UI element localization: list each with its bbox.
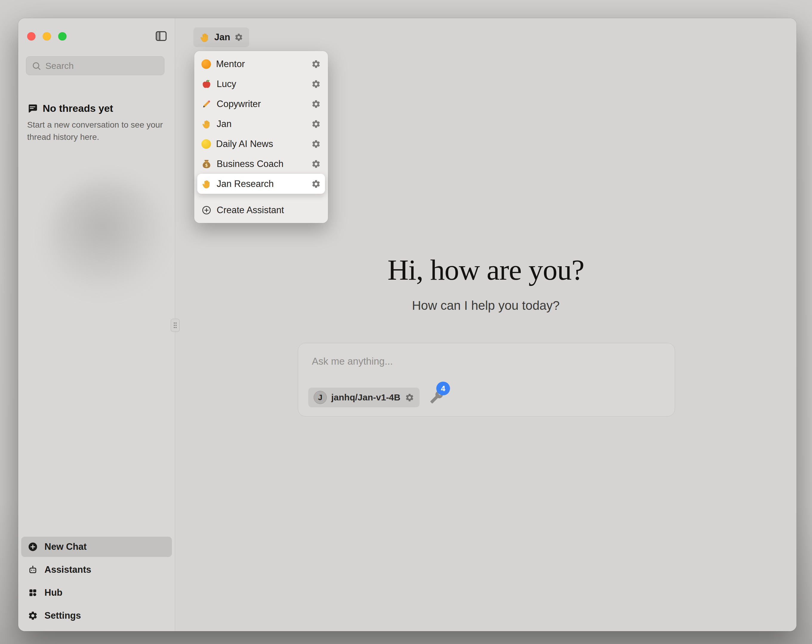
tools-button[interactable]: 4 <box>429 390 444 405</box>
grip-dots-icon <box>173 322 177 329</box>
gear-icon[interactable] <box>311 119 321 129</box>
sidebar-nav: New Chat Assistants Hub Settings <box>21 537 172 626</box>
waving-hand-icon <box>201 179 212 189</box>
menu-item-jan[interactable]: Jan <box>197 114 325 134</box>
chat-input[interactable] <box>298 343 675 379</box>
menu-item-label: Lucy <box>217 79 236 90</box>
menu-item-business-coach[interactable]: Business Coach <box>197 154 325 174</box>
search-box[interactable] <box>26 56 165 75</box>
search-input[interactable] <box>45 61 160 71</box>
waving-hand-icon <box>201 119 212 129</box>
gear-icon[interactable] <box>311 179 321 189</box>
search-icon <box>32 61 41 71</box>
menu-item-mentor[interactable]: Mentor <box>197 54 325 74</box>
menu-item-copywriter[interactable]: Copywriter <box>197 94 325 114</box>
new-chat-button[interactable]: New Chat <box>21 537 172 557</box>
pencil-icon <box>201 99 212 109</box>
empty-title: No threads yet <box>43 102 113 114</box>
assistant-selector-label: Jan <box>214 32 230 43</box>
money-bag-icon <box>201 159 212 169</box>
menu-item-label: Copywriter <box>217 99 261 110</box>
menu-item-label: Daily AI News <box>216 139 273 149</box>
gear-icon[interactable] <box>234 33 243 42</box>
menu-item-daily-ai-news[interactable]: Daily AI News <box>197 134 325 154</box>
composer-toolbar: J janhq/Jan-v1-4B 4 <box>308 388 444 407</box>
gear-icon[interactable] <box>311 159 321 169</box>
create-assistant-label: Create Assistant <box>217 205 284 216</box>
model-selector-button[interactable]: J janhq/Jan-v1-4B <box>308 388 420 407</box>
app-window: No threads yet Start a new conversation … <box>18 18 797 631</box>
model-name: janhq/Jan-v1-4B <box>331 392 400 402</box>
greeting-subtitle: How can I help you today? <box>175 298 797 313</box>
gear-icon[interactable] <box>311 79 321 89</box>
nav-label: Hub <box>44 587 63 598</box>
plus-circle-outline-icon <box>201 205 212 215</box>
gear-icon[interactable] <box>311 59 321 69</box>
assistants-nav-button[interactable]: Assistants <box>21 560 172 580</box>
chat-composer: J janhq/Jan-v1-4B 4 <box>298 343 675 417</box>
gear-icon[interactable] <box>311 139 321 149</box>
menu-divider <box>199 197 323 197</box>
gear-icon <box>28 611 38 621</box>
settings-nav-button[interactable]: Settings <box>21 606 172 626</box>
gear-icon[interactable] <box>311 99 321 109</box>
minimize-window-button[interactable] <box>43 32 51 41</box>
sidebar-resize-handle[interactable] <box>171 319 180 332</box>
sidebar-toggle-icon[interactable] <box>154 29 168 43</box>
menu-item-jan-research[interactable]: Jan Research <box>197 174 325 194</box>
menu-item-label: Business Coach <box>217 158 284 169</box>
empty-description: Start a new conversation to see your thr… <box>27 119 166 143</box>
create-assistant-button[interactable]: Create Assistant <box>197 200 325 220</box>
plus-circle-icon <box>28 542 38 552</box>
gear-icon[interactable] <box>405 393 414 402</box>
model-avatar: J <box>314 391 327 404</box>
robot-icon <box>28 565 38 575</box>
menu-item-lucy[interactable]: Lucy <box>197 74 325 94</box>
menu-item-label: Jan Research <box>217 178 274 189</box>
menu-item-label: Jan <box>217 119 232 129</box>
greeting-title: Hi, how are you? <box>175 253 797 286</box>
sidebar-watermark <box>48 179 168 298</box>
close-window-button[interactable] <box>27 32 35 41</box>
hub-nav-button[interactable]: Hub <box>21 583 172 603</box>
sidebar: No threads yet Start a new conversation … <box>18 18 175 631</box>
tools-count-badge: 4 <box>436 382 450 395</box>
empty-threads-state: No threads yet Start a new conversation … <box>27 102 166 143</box>
red-apple-icon <box>201 79 212 89</box>
chat-bubble-icon <box>27 103 38 114</box>
zoom-window-button[interactable] <box>58 32 67 41</box>
assistant-selector-button[interactable]: Jan <box>193 27 249 47</box>
waving-hand-icon <box>199 32 210 43</box>
nav-label: Assistants <box>44 565 91 575</box>
main-area: Jan Mentor Lucy Copywriter Jan <box>175 18 797 631</box>
nav-label: New Chat <box>44 542 87 552</box>
grid-icon <box>28 588 38 598</box>
yellow-circle-icon <box>201 139 211 149</box>
assistant-menu: Mentor Lucy Copywriter Jan Daily AI News <box>194 51 328 223</box>
nav-label: Settings <box>44 610 81 621</box>
menu-item-label: Mentor <box>216 59 245 70</box>
window-controls <box>27 32 67 41</box>
orange-circle-icon <box>201 59 211 69</box>
